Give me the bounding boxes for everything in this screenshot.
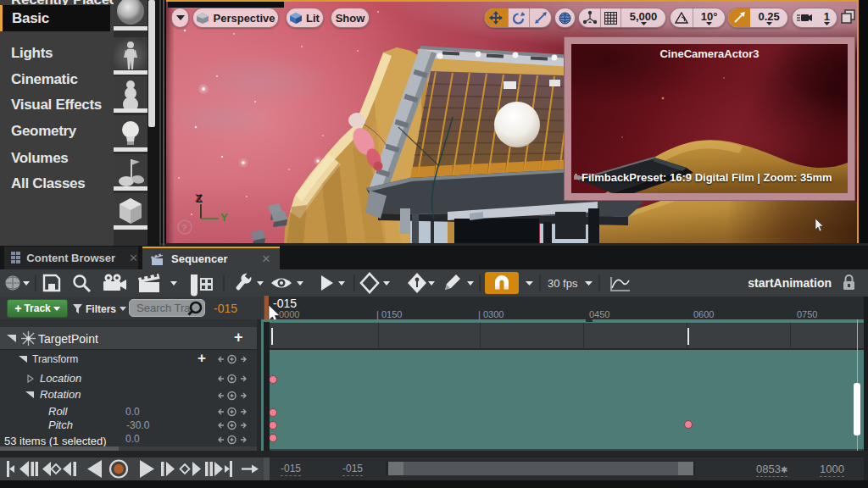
svg-text:30 fps: 30 fps	[548, 277, 578, 290]
svg-text:?: ?	[181, 223, 187, 233]
svg-text:Z: Z	[196, 192, 203, 205]
svg-text:startAnimation: startAnimation	[748, 276, 832, 290]
svg-text:Y: Y	[220, 211, 228, 224]
